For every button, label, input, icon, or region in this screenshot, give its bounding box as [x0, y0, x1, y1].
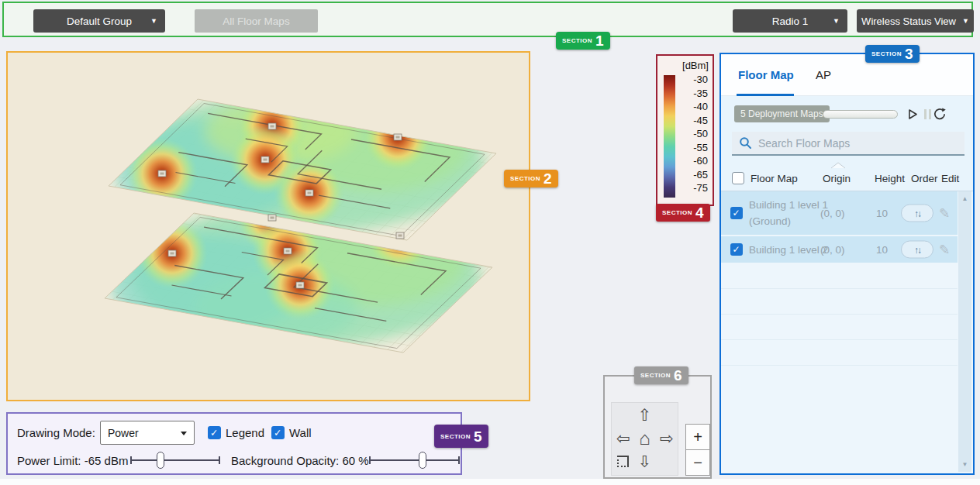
zoom-out-button[interactable]: − — [685, 449, 710, 476]
col-header-order[interactable]: Order — [911, 173, 938, 184]
sort-caret-icon — [830, 162, 847, 169]
edit-pencil-icon[interactable]: ✎ — [939, 242, 950, 258]
row-checkbox[interactable] — [730, 207, 743, 219]
background-opacity-slider-thumb[interactable] — [419, 452, 426, 469]
table-header: Floor Map Origin Height Order Edit — [721, 167, 973, 191]
up-down-arrows-icon: ↑↓ — [914, 244, 920, 255]
row-checkbox[interactable] — [730, 243, 743, 256]
refresh-button[interactable] — [932, 106, 947, 122]
order-button[interactable]: ↑↓ — [901, 205, 933, 222]
legend-gradient-bar — [664, 75, 675, 198]
background-opacity-label: Background Opacity: 60 % — [231, 454, 369, 467]
legend-checkbox-label: Legend — [226, 426, 264, 439]
panel-tabs: Floor Map AP — [721, 54, 973, 96]
group-dropdown-value: Default Group — [67, 15, 132, 27]
origin-cell: (0, 0) — [820, 244, 845, 256]
row-separator — [721, 365, 958, 366]
col-header-height[interactable]: Height — [875, 173, 905, 184]
wall-checkbox[interactable] — [271, 426, 285, 439]
play-button[interactable] — [904, 106, 920, 122]
active-tab-underline — [737, 94, 794, 96]
row-separator — [721, 288, 958, 289]
chevron-down-icon: ▼ — [833, 17, 840, 25]
table-row[interactable]: Building 1 level 2 (0, 0) 10 ↑↓ ✎ — [721, 236, 958, 263]
height-cell: 10 — [876, 244, 888, 256]
power-limit-slider-thumb[interactable] — [157, 452, 164, 469]
legend-title: [dBm] — [682, 60, 709, 71]
legend-tick: -75 — [682, 181, 708, 195]
background-opacity-slider[interactable] — [369, 451, 460, 470]
section-5-badge: SECTION 5 — [434, 425, 488, 448]
pan-control-pad: ⇧ ⇦ ⌂ ⇨ ⇩ — [611, 402, 678, 476]
power-limit-label: Power Limit: -65 dBm — [17, 454, 128, 467]
view-dropdown[interactable]: Wireless Status View ▼ — [857, 9, 974, 33]
pause-icon — [924, 109, 931, 119]
section-3-badge: SECTION 3 — [865, 45, 920, 63]
legend-tick: -45 — [682, 114, 708, 128]
chevron-down-icon — [181, 432, 187, 435]
wall-checkbox-label: Wall — [289, 426, 312, 439]
legend-checkbox[interactable] — [208, 426, 221, 439]
chevron-down-icon: ▼ — [150, 17, 157, 25]
selection-icon — [617, 456, 629, 467]
drawing-mode-value: Power — [108, 427, 139, 439]
floor-map-name: Building 1 level 2 — [749, 236, 828, 263]
tab-floor-map[interactable]: Floor Map — [738, 68, 794, 81]
deployment-controls-row: 5 Deployment Maps — [721, 105, 973, 126]
home-button[interactable]: ⌂ — [633, 426, 656, 450]
radio-dropdown-value: Radio 1 — [772, 15, 809, 27]
power-limit-slider[interactable] — [130, 451, 220, 470]
edit-pencil-icon[interactable]: ✎ — [939, 205, 950, 222]
legend-tick: -65 — [682, 168, 708, 182]
legend-ticks: -30 -35 -40 -45 -50 -55 -60 -65 -75 — [682, 73, 708, 195]
drawing-mode-select[interactable]: Power — [100, 421, 195, 445]
origin-cell: (0, 0) — [820, 208, 845, 219]
pan-left-button[interactable]: ⇦ — [612, 426, 634, 450]
section-2-badge: SECTION 2 — [504, 170, 558, 187]
dbm-legend: [dBm] -30 -35 -40 -45 -50 -55 -60 -65 -7… — [656, 54, 714, 206]
scroll-up-icon[interactable]: ▲ — [958, 195, 971, 202]
legend-tick: -30 — [682, 73, 708, 87]
heatmap-canvas[interactable] — [8, 53, 529, 400]
row-separator — [721, 314, 958, 315]
table-row[interactable]: Building 1 level 1 (Ground) (0, 0) 10 ↑↓… — [721, 191, 958, 235]
col-header-floor-map[interactable]: Floor Map — [751, 173, 798, 184]
section-4-badge: SECTION 4 — [656, 204, 710, 222]
legend-tick: -60 — [682, 154, 708, 168]
order-button[interactable]: ↑↓ — [901, 241, 933, 259]
bottom-strip — [0, 479, 980, 485]
floor-map-panel: Floor Map AP 5 Deployment Maps — [719, 53, 975, 475]
height-cell: 10 — [876, 208, 888, 219]
pan-right-button[interactable]: ⇨ — [655, 426, 678, 450]
refresh-icon — [933, 107, 947, 121]
col-header-edit[interactable]: Edit — [941, 173, 959, 184]
floor-map-viewport[interactable] — [6, 51, 530, 401]
legend-tick: -55 — [682, 141, 708, 155]
pan-up-button[interactable]: ⇧ — [633, 403, 656, 427]
legend-tick: -40 — [682, 100, 708, 114]
search-input[interactable] — [758, 137, 952, 150]
scroll-down-icon[interactable]: ▼ — [958, 461, 971, 468]
legend-tick: -35 — [682, 87, 708, 101]
up-down-arrows-icon: ↑↓ — [914, 208, 920, 218]
radio-dropdown[interactable]: Radio 1 ▼ — [733, 9, 847, 33]
floor-map-name: Building 1 level 1 (Ground) — [749, 191, 828, 235]
all-floor-maps-button[interactable]: All Floor Maps — [195, 9, 318, 33]
top-toolbar: Default Group ▼ All Floor Maps Radio 1 ▼… — [2, 2, 973, 37]
pan-down-button[interactable]: ⇩ — [633, 449, 656, 473]
table-scrollbar[interactable]: ▲ ▼ — [958, 191, 971, 472]
zoom-in-button[interactable]: + — [685, 424, 710, 450]
section-6-badge: SECTION 6 — [634, 366, 688, 384]
drawing-controls: Drawing Mode: Power Legend Wall Power Li… — [6, 412, 462, 475]
chevron-down-icon: ▼ — [962, 17, 969, 25]
play-icon — [906, 108, 919, 121]
floor-map-table-body: Building 1 level 1 (Ground) (0, 0) 10 ↑↓… — [721, 191, 973, 473]
col-header-origin[interactable]: Origin — [823, 173, 851, 184]
deployment-maps-badge: 5 Deployment Maps — [734, 105, 830, 122]
select-all-checkbox[interactable] — [732, 172, 744, 184]
deployment-progress[interactable] — [823, 110, 898, 119]
selection-mode-button[interactable] — [612, 449, 634, 473]
group-dropdown[interactable]: Default Group ▼ — [33, 9, 165, 33]
section-1-badge: SECTION 1 — [556, 32, 610, 50]
tab-ap[interactable]: AP — [816, 68, 831, 81]
